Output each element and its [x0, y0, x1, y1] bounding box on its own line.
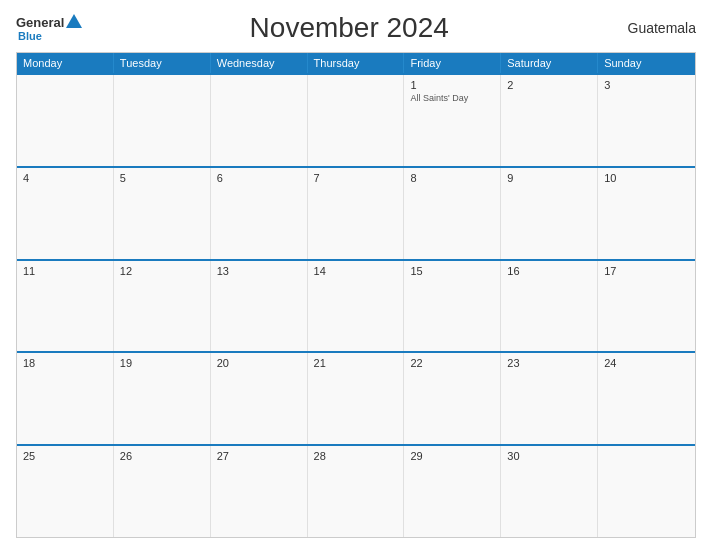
day-cell-23: 23 [501, 353, 598, 444]
day-cell-20: 20 [211, 353, 308, 444]
day-cell-17: 17 [598, 261, 695, 352]
day-number: 25 [23, 450, 107, 462]
day-cell-7: 7 [308, 168, 405, 259]
day-cell-empty-end [598, 446, 695, 537]
day-cell [308, 75, 405, 166]
logo-general: General [16, 15, 64, 30]
day-cell-25: 25 [17, 446, 114, 537]
day-number: 29 [410, 450, 494, 462]
day-cell-11: 11 [17, 261, 114, 352]
header-tuesday: Tuesday [114, 53, 211, 73]
logo-triangle-icon [66, 14, 82, 28]
day-cell-6: 6 [211, 168, 308, 259]
day-number: 27 [217, 450, 301, 462]
day-number: 10 [604, 172, 689, 184]
day-number: 26 [120, 450, 204, 462]
day-number: 11 [23, 265, 107, 277]
header-wednesday: Wednesday [211, 53, 308, 73]
day-number: 17 [604, 265, 689, 277]
day-number: 7 [314, 172, 398, 184]
day-cell-1: 1 All Saints' Day [404, 75, 501, 166]
header-thursday: Thursday [308, 53, 405, 73]
logo: General Blue [16, 15, 82, 42]
day-number: 18 [23, 357, 107, 369]
day-number: 30 [507, 450, 591, 462]
day-cell-9: 9 [501, 168, 598, 259]
day-number: 13 [217, 265, 301, 277]
day-number: 19 [120, 357, 204, 369]
header-friday: Friday [404, 53, 501, 73]
day-cell-4: 4 [17, 168, 114, 259]
day-number: 23 [507, 357, 591, 369]
day-cell-5: 5 [114, 168, 211, 259]
week-1: 1 All Saints' Day 2 3 [17, 73, 695, 166]
day-number: 15 [410, 265, 494, 277]
day-number: 14 [314, 265, 398, 277]
logo-blue: Blue [18, 30, 42, 42]
day-number: 1 [410, 79, 494, 91]
week-4: 18 19 20 21 22 23 24 [17, 351, 695, 444]
day-cell-15: 15 [404, 261, 501, 352]
day-cell-2: 2 [501, 75, 598, 166]
header: General Blue November 2024 Guatemala [16, 12, 696, 44]
day-number: 28 [314, 450, 398, 462]
day-number: 20 [217, 357, 301, 369]
day-cell-21: 21 [308, 353, 405, 444]
day-number: 6 [217, 172, 301, 184]
header-saturday: Saturday [501, 53, 598, 73]
day-cell [17, 75, 114, 166]
calendar-page: General Blue November 2024 Guatemala Mon… [0, 0, 712, 550]
day-headers-row: Monday Tuesday Wednesday Thursday Friday… [17, 53, 695, 73]
day-cell-26: 26 [114, 446, 211, 537]
week-5: 25 26 27 28 29 30 [17, 444, 695, 537]
day-cell-18: 18 [17, 353, 114, 444]
day-cell-24: 24 [598, 353, 695, 444]
day-cell [211, 75, 308, 166]
day-cell-16: 16 [501, 261, 598, 352]
day-number: 4 [23, 172, 107, 184]
day-number: 9 [507, 172, 591, 184]
weeks-container: 1 All Saints' Day 2 3 4 5 6 [17, 73, 695, 537]
day-cell-8: 8 [404, 168, 501, 259]
day-number: 8 [410, 172, 494, 184]
header-sunday: Sunday [598, 53, 695, 73]
header-monday: Monday [17, 53, 114, 73]
day-cell-28: 28 [308, 446, 405, 537]
day-cell-12: 12 [114, 261, 211, 352]
day-cell-19: 19 [114, 353, 211, 444]
day-cell-14: 14 [308, 261, 405, 352]
day-cell-13: 13 [211, 261, 308, 352]
day-number: 5 [120, 172, 204, 184]
day-cell-27: 27 [211, 446, 308, 537]
day-cell-10: 10 [598, 168, 695, 259]
day-cell-30: 30 [501, 446, 598, 537]
day-cell [114, 75, 211, 166]
day-number: 21 [314, 357, 398, 369]
day-number: 3 [604, 79, 689, 91]
day-number: 24 [604, 357, 689, 369]
holiday-label: All Saints' Day [410, 93, 494, 104]
day-number: 22 [410, 357, 494, 369]
day-cell-22: 22 [404, 353, 501, 444]
day-cell-29: 29 [404, 446, 501, 537]
day-number: 2 [507, 79, 591, 91]
week-2: 4 5 6 7 8 9 10 [17, 166, 695, 259]
day-number: 16 [507, 265, 591, 277]
calendar-title: November 2024 [82, 12, 616, 44]
day-number: 12 [120, 265, 204, 277]
calendar-grid: Monday Tuesday Wednesday Thursday Friday… [16, 52, 696, 538]
day-cell-3: 3 [598, 75, 695, 166]
country-label: Guatemala [616, 20, 696, 36]
week-3: 11 12 13 14 15 16 17 [17, 259, 695, 352]
